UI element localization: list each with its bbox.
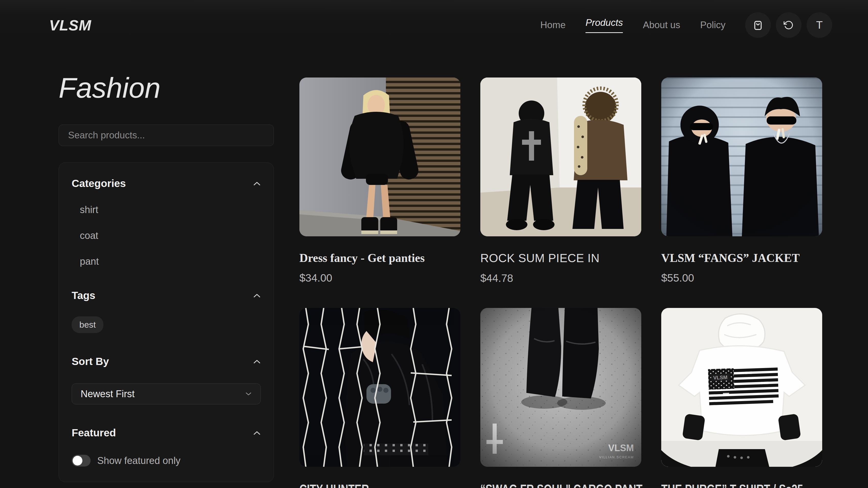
account-button[interactable]: T bbox=[807, 12, 832, 38]
product-title[interactable]: “SWAG FR SOUL" CARGO PANT bbox=[480, 482, 606, 488]
product-image[interactable]: VLSM VILLIAN.SCREAM bbox=[480, 308, 641, 467]
cart-button[interactable] bbox=[745, 12, 771, 38]
categories-title: Categories bbox=[72, 177, 126, 190]
product-title[interactable]: Dress fancy - Get panties bbox=[300, 251, 460, 265]
sort-section-header[interactable]: Sort By bbox=[72, 356, 261, 367]
filter-panel: Categories shirt coat pant Tags best bbox=[59, 162, 274, 482]
featured-toggle-label: Show featured only bbox=[97, 455, 180, 466]
chevron-up-icon bbox=[253, 431, 261, 435]
page-title: Fashion bbox=[59, 72, 274, 104]
top-nav: VLSM Home Products About us Policy T bbox=[0, 0, 868, 50]
product-title[interactable]: ROCK SUM PIECE IN bbox=[480, 251, 641, 265]
product-card[interactable]: Dress fancy - Get panties $34.00 bbox=[300, 77, 460, 284]
tags-section-header[interactable]: Tags bbox=[72, 290, 261, 301]
search-input[interactable] bbox=[59, 125, 274, 146]
product-photo-blonde-model bbox=[300, 77, 460, 236]
sort-selected-value: Newest First bbox=[81, 389, 134, 399]
category-item-pant[interactable]: pant bbox=[72, 256, 261, 267]
featured-title: Featured bbox=[72, 427, 116, 439]
chevron-up-icon bbox=[253, 293, 261, 298]
nav-actions: T bbox=[745, 12, 832, 38]
product-photo-cargo-pants: VLSM VILLIAN.SCREAM bbox=[480, 308, 641, 467]
nav-home[interactable]: Home bbox=[540, 20, 566, 30]
brand-logo[interactable]: VLSM bbox=[49, 17, 91, 34]
nav-products[interactable]: Products bbox=[586, 18, 623, 33]
undo-button[interactable] bbox=[776, 12, 802, 38]
categories-section-header[interactable]: Categories bbox=[72, 177, 261, 190]
undo-icon bbox=[783, 19, 795, 31]
featured-toggle[interactable] bbox=[72, 455, 91, 466]
category-item-coat[interactable]: coat bbox=[72, 230, 261, 241]
featured-section-header[interactable]: Featured bbox=[72, 427, 261, 439]
product-title[interactable]: CITY HUNTER bbox=[300, 482, 425, 488]
product-photo-hooded-figures bbox=[480, 77, 641, 236]
avatar: T bbox=[816, 19, 823, 31]
tee-print-text: VLSM bbox=[713, 375, 727, 381]
product-price: $44.78 bbox=[480, 272, 641, 284]
chevron-up-icon bbox=[253, 359, 261, 364]
category-item-shirt[interactable]: shirt bbox=[72, 204, 261, 215]
product-photo-leather-duo bbox=[661, 77, 822, 236]
chevron-down-icon bbox=[245, 392, 252, 396]
product-image[interactable] bbox=[300, 77, 460, 236]
content: Fashion Categories shirt coat pant Tags bbox=[0, 50, 868, 488]
nav-policy[interactable]: Policy bbox=[700, 20, 725, 30]
product-card[interactable]: CITY HUNTER bbox=[300, 308, 460, 488]
sort-select[interactable]: Newest First bbox=[72, 383, 261, 404]
product-price: $55.00 bbox=[661, 272, 822, 284]
product-image[interactable] bbox=[300, 308, 460, 467]
product-photo-flag-tshirt: VLSM bbox=[661, 308, 822, 467]
tag-best[interactable]: best bbox=[72, 316, 103, 333]
product-grid: Dress fancy - Get panties $34.00 bbox=[300, 50, 822, 488]
product-price: $34.00 bbox=[300, 272, 460, 284]
shopping-bag-icon bbox=[752, 19, 764, 31]
nav-about-us[interactable]: About us bbox=[643, 20, 680, 30]
page: VLSM Home Products About us Policy T bbox=[0, 0, 868, 488]
featured-toggle-row: Show featured only bbox=[72, 455, 261, 466]
sidebar: Fashion Categories shirt coat pant Tags bbox=[59, 50, 274, 482]
product-card[interactable]: ROCK SUM PIECE IN $44.78 bbox=[480, 77, 641, 284]
product-title[interactable]: THE PURGE” T-SHIRT / Ss25 bbox=[661, 482, 787, 488]
product-card[interactable]: VLSM VILLIAN.SCREAM “SWAG FR SOUL" CARGO… bbox=[480, 308, 641, 488]
product-card[interactable]: VLSM “FANGS” JACKET $55.00 bbox=[661, 77, 822, 284]
chevron-up-icon bbox=[253, 181, 261, 186]
toggle-knob bbox=[73, 456, 83, 465]
product-image[interactable] bbox=[480, 77, 641, 236]
product-title[interactable]: VLSM “FANGS” JACKET bbox=[661, 251, 822, 265]
main-nav: Home Products About us Policy bbox=[540, 18, 725, 33]
product-card[interactable]: VLSM THE PURGE” T-SHIRT / Ss25 bbox=[661, 308, 822, 488]
sort-title: Sort By bbox=[72, 356, 109, 367]
category-list: shirt coat pant bbox=[72, 204, 261, 267]
product-image[interactable]: VLSM bbox=[661, 308, 822, 467]
product-image[interactable] bbox=[661, 77, 822, 236]
tags-title: Tags bbox=[72, 290, 95, 301]
product-photo-fence-figure bbox=[300, 308, 460, 467]
